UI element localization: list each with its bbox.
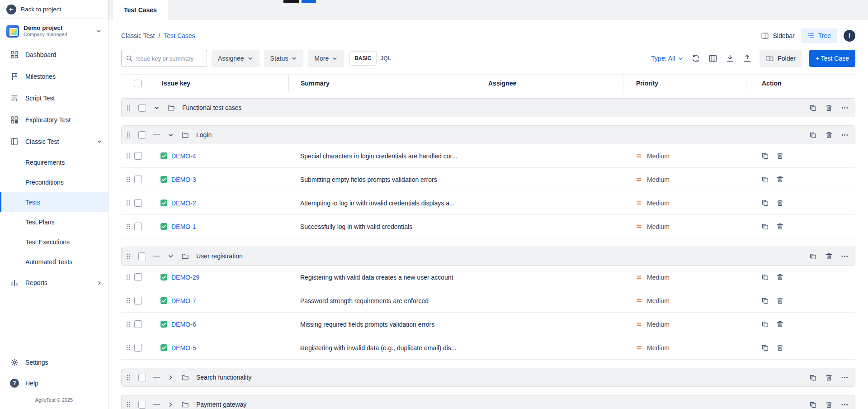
trash-icon[interactable] xyxy=(825,401,833,409)
trash-icon[interactable] xyxy=(776,176,784,183)
refresh-icon[interactable] xyxy=(691,53,701,63)
more-actions-icon[interactable] xyxy=(841,374,849,381)
copy-icon[interactable] xyxy=(761,176,769,183)
trash-icon[interactable] xyxy=(776,152,784,160)
columns-icon[interactable] xyxy=(708,53,718,63)
test-row[interactable]: DEMO-4 Special characters in login crede… xyxy=(121,144,855,168)
trash-icon[interactable] xyxy=(776,223,784,230)
folder-row[interactable]: Payment gateway xyxy=(121,395,855,409)
breadcrumb-current-link[interactable]: Test Cases xyxy=(164,32,195,39)
sidebar-item-tests[interactable]: Tests xyxy=(0,192,108,212)
issue-key-link[interactable]: DEMO-6 xyxy=(171,321,196,328)
more-filter-dropdown[interactable]: More xyxy=(308,50,344,67)
test-row[interactable]: DEMO-5 Registering with invalid data (e.… xyxy=(121,336,855,360)
copy-icon[interactable] xyxy=(761,273,769,281)
copy-icon[interactable] xyxy=(761,199,769,207)
sidebar-item-dashboard[interactable]: Dashboard xyxy=(0,44,108,66)
trash-icon[interactable] xyxy=(825,131,833,139)
row-checkbox[interactable] xyxy=(134,176,142,183)
row-checkbox[interactable] xyxy=(134,223,142,230)
copy-icon[interactable] xyxy=(809,401,817,409)
test-row[interactable]: DEMO-6 Missing required fields prompts v… xyxy=(121,313,855,336)
sidebar-item-classic-test[interactable]: Classic Test xyxy=(0,131,108,152)
copy-icon[interactable] xyxy=(809,104,817,112)
issue-key-link[interactable]: DEMO-4 xyxy=(171,152,196,160)
more-actions-icon[interactable] xyxy=(841,252,849,260)
more-actions-icon[interactable] xyxy=(841,104,849,112)
row-checkbox[interactable] xyxy=(134,273,142,281)
copy-icon[interactable] xyxy=(761,320,769,328)
type-filter-dropdown[interactable]: Type: All xyxy=(651,55,684,62)
sidebar-item-test-executions[interactable]: Test Executions xyxy=(0,232,108,252)
test-row[interactable]: DEMO-29 Registering with valid data crea… xyxy=(121,266,855,289)
sidebar-view-button[interactable]: Sidebar xyxy=(761,32,794,40)
issue-key-link[interactable]: DEMO-3 xyxy=(171,176,196,183)
trash-icon[interactable] xyxy=(776,273,784,281)
sidebar-item-automated-tests[interactable]: Automated Tests xyxy=(0,252,108,272)
status-filter-dropdown[interactable]: Status xyxy=(264,50,304,67)
folder-name[interactable]: Login xyxy=(196,131,212,138)
drag-handle-icon[interactable] xyxy=(126,320,131,328)
tab-test-cases[interactable]: Test Cases xyxy=(113,0,168,20)
issue-key-link[interactable]: DEMO-5 xyxy=(171,344,196,352)
test-row[interactable]: DEMO-1 Successfully log in with valid cr… xyxy=(121,215,855,238)
trash-icon[interactable] xyxy=(825,374,833,381)
drag-handle-icon[interactable] xyxy=(126,223,131,230)
copy-icon[interactable] xyxy=(761,152,769,160)
drag-handle-icon[interactable] xyxy=(126,199,131,207)
import-upload-icon[interactable] xyxy=(742,53,752,63)
issue-key-link[interactable]: DEMO-2 xyxy=(171,200,196,207)
test-row[interactable]: DEMO-3 Submitting empty fields prompts v… xyxy=(121,168,855,191)
copy-icon[interactable] xyxy=(809,131,817,139)
copy-icon[interactable] xyxy=(809,252,817,260)
folder-row[interactable]: User registration xyxy=(121,247,855,266)
row-checkbox[interactable] xyxy=(138,252,146,260)
folder-name[interactable]: User registration xyxy=(196,252,243,260)
copy-icon[interactable] xyxy=(809,374,817,381)
row-checkbox[interactable] xyxy=(138,131,146,139)
folder-name[interactable]: Payment gateway xyxy=(196,401,246,408)
drag-handle-icon[interactable] xyxy=(126,374,131,381)
trash-icon[interactable] xyxy=(825,104,833,112)
sidebar-item-reports[interactable]: Reports xyxy=(0,272,108,294)
drag-handle-icon[interactable] xyxy=(126,344,131,352)
back-to-project-button[interactable]: Back to project xyxy=(0,0,108,19)
trash-icon[interactable] xyxy=(776,199,784,207)
sidebar-item-milestones[interactable]: Milestones xyxy=(0,66,108,87)
folder-name[interactable]: Search functionality xyxy=(196,374,251,381)
issue-key-link[interactable]: DEMO-7 xyxy=(171,297,196,304)
folder-row[interactable]: Search functionality xyxy=(121,368,855,387)
select-all-checkbox[interactable] xyxy=(134,80,142,87)
row-checkbox[interactable] xyxy=(138,104,146,112)
folder-row[interactable]: Functional test cases xyxy=(121,98,855,117)
row-checkbox[interactable] xyxy=(134,152,142,160)
more-actions-icon[interactable] xyxy=(841,401,849,409)
copy-icon[interactable] xyxy=(761,223,769,230)
new-test-case-button[interactable]: + Test Case xyxy=(809,50,855,67)
issue-key-link[interactable]: DEMO-29 xyxy=(171,274,199,281)
folder-chevron-icon[interactable] xyxy=(167,374,174,381)
drag-handle-icon[interactable] xyxy=(126,401,131,409)
sidebar-item-requirements[interactable]: Requirements xyxy=(0,152,108,172)
trash-icon[interactable] xyxy=(776,320,784,328)
row-checkbox[interactable] xyxy=(138,374,146,381)
folder-chevron-icon[interactable] xyxy=(167,253,174,260)
issue-key-link[interactable]: DEMO-1 xyxy=(171,223,196,230)
row-checkbox[interactable] xyxy=(138,401,146,409)
folder-chevron-icon[interactable] xyxy=(167,132,174,138)
trash-icon[interactable] xyxy=(776,297,784,304)
add-folder-button[interactable]: Folder xyxy=(760,50,802,67)
sidebar-item-test-plans[interactable]: Test Plans xyxy=(0,212,108,232)
jql-mode-button[interactable]: JQL xyxy=(377,52,395,65)
copy-icon[interactable] xyxy=(761,297,769,304)
tree-view-button[interactable]: Tree xyxy=(801,29,837,43)
folder-chevron-icon[interactable] xyxy=(153,105,160,111)
drag-handle-icon[interactable] xyxy=(126,252,131,260)
info-icon[interactable]: i xyxy=(844,30,855,42)
test-row[interactable]: DEMO-7 Password strength requirements ar… xyxy=(121,289,855,313)
row-checkbox[interactable] xyxy=(134,320,142,328)
sidebar-item-script-test[interactable]: Script Test xyxy=(0,87,108,109)
project-switcher[interactable]: Demo project Company-managed xyxy=(0,19,108,42)
export-download-icon[interactable] xyxy=(725,53,735,63)
more-actions-icon[interactable] xyxy=(841,131,849,139)
